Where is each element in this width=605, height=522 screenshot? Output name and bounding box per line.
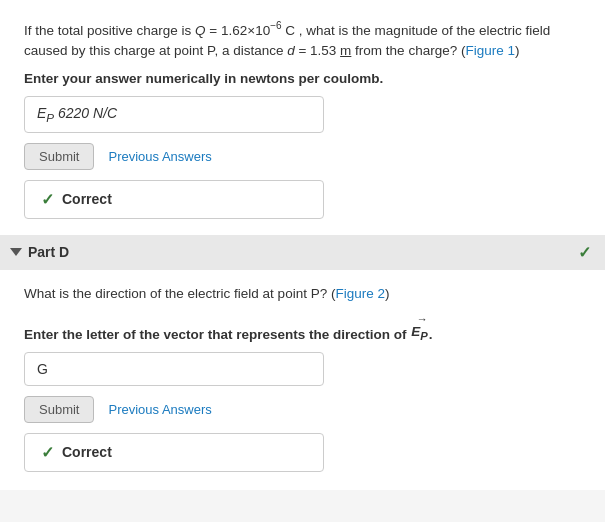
- part-c-instruction: Enter your answer numerically in newtons…: [24, 71, 581, 86]
- part-d-answer-box: G: [24, 352, 324, 386]
- charge-variable: Q: [195, 23, 206, 38]
- ep-label: E: [37, 105, 46, 121]
- part-c-correct-box: ✓ Correct: [24, 180, 324, 219]
- part-d-submit-button[interactable]: Submit: [24, 396, 94, 423]
- part-d-correct-label: Correct: [62, 444, 112, 460]
- part-c-answer-box: EP 6220 N/C: [24, 96, 324, 133]
- ep-symbol: EP: [411, 325, 428, 342]
- part-c-answer-value: 6220 N/C: [58, 105, 117, 121]
- dist-variable: d: [287, 43, 295, 58]
- part-d-question: What is the direction of the electric fi…: [24, 284, 581, 304]
- part-c-checkmark-icon: ✓: [41, 190, 54, 209]
- part-d-checkmark-icon: ✓: [41, 443, 54, 462]
- part-c-prev-answers-link[interactable]: Previous Answers: [108, 149, 211, 164]
- part-d-correct-box: ✓ Correct: [24, 433, 324, 472]
- part-c-submit-button[interactable]: Submit: [24, 143, 94, 170]
- part-c-question: If the total positive charge is Q = 1.62…: [24, 18, 581, 61]
- ep-subscript: P: [46, 111, 54, 124]
- figure2-link[interactable]: Figure 2: [335, 286, 385, 301]
- part-d-prev-answers-link[interactable]: Previous Answers: [108, 402, 211, 417]
- collapse-icon[interactable]: [10, 248, 22, 256]
- part-c-button-row: Submit Previous Answers: [24, 143, 581, 170]
- figure1-link[interactable]: Figure 1: [465, 43, 515, 58]
- part-d-header[interactable]: Part D ✓: [0, 235, 605, 270]
- part-d-title: Part D: [28, 244, 69, 260]
- part-d-button-row: Submit Previous Answers: [24, 396, 581, 423]
- part-c-correct-label: Correct: [62, 191, 112, 207]
- part-d-answer-value: G: [37, 361, 48, 377]
- part-d-instruction: Enter the letter of the vector that repr…: [24, 314, 581, 342]
- part-d-header-left: Part D: [10, 244, 69, 260]
- part-d-header-checkmark-icon: ✓: [578, 243, 591, 262]
